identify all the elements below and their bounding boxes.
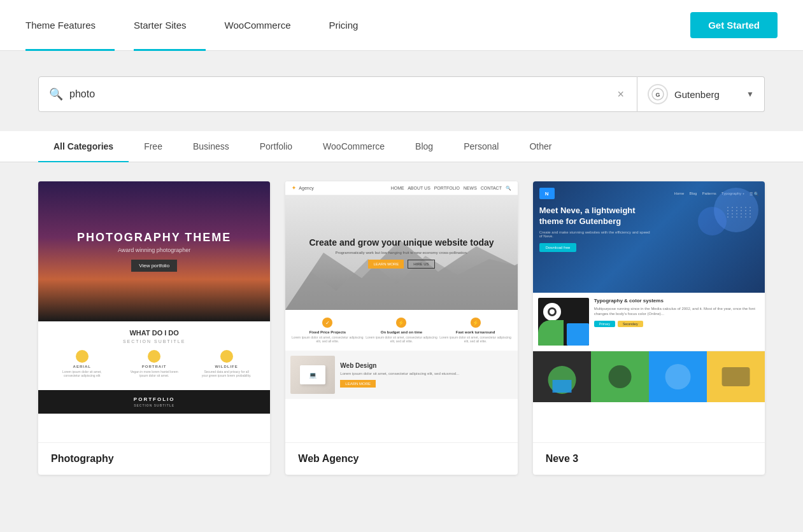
feature-fixed-price: ✓ Fixed Price Projects Lorem ipsum dolor… — [290, 318, 364, 343]
neve-color-dark — [533, 351, 591, 402]
card-preview-agency: ✦ Agency HOME ABOUT US PORTFOLIO NEWS CO… — [285, 181, 517, 442]
portrait-icon — [148, 350, 160, 363]
feature-desc-2: Lorem ipsum dolor sit amet, consectetur … — [364, 335, 438, 343]
agency-webdesign-section: 💻 Web Design Lorem ipsum dolor sit amet,… — [285, 351, 517, 399]
card-preview-photography: RokoPhoto Portfolio About Blog Contact P… — [38, 181, 270, 442]
svg-rect-5 — [552, 380, 571, 393]
feature-label-2: On budget and on time — [364, 330, 438, 334]
webdesign-title: Web Design — [340, 362, 512, 369]
neve-typography-section: Typography & color systems Multipurpose … — [533, 293, 765, 351]
neve-hero-content: Meet Neve, a lightweight theme for Guten… — [539, 206, 758, 252]
neve-secondary-button: Secondary — [618, 321, 643, 327]
card-preview-neve: N Home Blog Patterns Typography + ☰ 🔍 — [533, 181, 765, 442]
neve-shape-blue — [567, 323, 589, 346]
wildlife-desc: Secured data and privacy for all your gr… — [201, 370, 252, 377]
nav-item-pricing[interactable]: Pricing — [310, 0, 378, 51]
agency-hero-buttons: LEARN MORE HIRE US — [309, 260, 494, 269]
svg-point-6 — [608, 365, 631, 388]
neve-shape-green — [538, 320, 564, 346]
neve-nav-blog: Blog — [689, 192, 697, 196]
neve-green-illustration — [591, 351, 649, 402]
main-content: 🔍 × G Gutenberg ▼ All Categories Free Bu… — [0, 51, 803, 500]
neve-dark-illustration — [533, 351, 591, 402]
feature-check-icon-1: ✓ — [322, 318, 332, 328]
header: Theme Features Starter Sites WooCommerce… — [0, 0, 803, 51]
builder-label: Gutenberg — [674, 89, 740, 100]
tab-free[interactable]: Free — [129, 131, 178, 162]
wildlife-label: WILDLIFE — [201, 365, 252, 368]
nav-bar: Theme Features Starter Sites WooCommerce… — [25, 0, 690, 51]
agency-logo-icon: ✦ — [292, 185, 296, 191]
tab-portfolio[interactable]: Portfolio — [245, 131, 308, 162]
webdesign-button: LEARN MORE — [340, 380, 376, 388]
neve-type-buttons: Primary Secondary — [594, 321, 760, 327]
neve-type-content: Typography & color systems Multipurpose … — [594, 298, 760, 346]
agency-hire-us-button: HIRE US — [408, 260, 434, 269]
card-title-web-agency: Web Agency — [285, 442, 517, 475]
wildlife-icon — [220, 350, 233, 363]
card-photography[interactable]: RokoPhoto Portfolio About Blog Contact P… — [38, 181, 270, 475]
neve-yellow-illustration — [707, 351, 765, 402]
feature-label-1: Fixed Price Projects — [290, 330, 364, 334]
agency-features: ✓ Fixed Price Projects Lorem ipsum dolor… — [285, 310, 517, 351]
nav-item-theme-features[interactable]: Theme Features — [25, 0, 115, 51]
neve-blue-illustration — [649, 351, 707, 402]
neve-type-circle-inner — [548, 307, 557, 316]
nav-item-woocommerce[interactable]: WooCommerce — [206, 0, 310, 51]
tab-business[interactable]: Business — [178, 131, 245, 162]
preview-icons-row: AERIAL Lorem ipsum dolor sit amet, conse… — [46, 350, 262, 382]
webdesign-image: 💻 — [290, 356, 335, 394]
aerial-desc: Lorem ipsum dolor sit amet, consectetur … — [57, 370, 108, 377]
agency-nav: ✦ Agency HOME ABOUT US PORTFOLIO NEWS CO… — [285, 181, 517, 195]
tab-all-categories[interactable]: All Categories — [38, 131, 129, 162]
search-clear-button[interactable]: × — [615, 85, 627, 104]
preview-icon-aerial: AERIAL Lorem ipsum dolor sit amet, conse… — [57, 350, 108, 377]
preview-bottom: WHAT DO I DO SECTION SUBTITLE AERIAL Lor… — [38, 321, 270, 390]
laptop-icon: 💻 — [300, 365, 325, 384]
agency-nav-links: HOME ABOUT US PORTFOLIO NEWS CONTACT 🔍 — [391, 186, 511, 191]
preview-portfolio-bar: PORTFOLIO SECTION SUBTITLE — [38, 390, 270, 414]
card-web-agency[interactable]: ✦ Agency HOME ABOUT US PORTFOLIO NEWS CO… — [285, 181, 517, 475]
neve-type-preview — [538, 298, 589, 346]
tab-personal[interactable]: Personal — [448, 131, 514, 162]
portrait-label: PORTRAIT — [129, 365, 180, 368]
tab-woocommerce[interactable]: WooCommerce — [308, 131, 400, 162]
feature-fast: ⚡ Fast work turnaround Lorem ipsum dolor… — [439, 318, 513, 343]
portfolio-bar-sub: SECTION SUBTITLE — [45, 403, 264, 407]
card-neve[interactable]: N Home Blog Patterns Typography + ☰ 🔍 — [533, 181, 765, 475]
gutenberg-logo: G — [648, 84, 668, 104]
preview-section-sub: SECTION SUBTITLE — [46, 339, 262, 344]
aerial-icon — [76, 350, 89, 363]
neve-logo: N — [539, 188, 555, 199]
neve-color-blue — [649, 351, 707, 402]
dropdown-arrow-icon: ▼ — [746, 90, 754, 99]
svg-rect-7 — [665, 364, 690, 389]
webdesign-desc: Lorem ipsum dolor sit amet, consectetur … — [340, 371, 512, 376]
builder-selector[interactable]: G Gutenberg ▼ — [637, 76, 765, 112]
get-started-button[interactable]: Get Started — [690, 12, 778, 38]
search-icon: 🔍 — [49, 87, 63, 101]
neve-hero-desc: Create and make stunning websites with t… — [539, 230, 654, 238]
category-tabs: All Categories Free Business Portfolio W… — [0, 131, 803, 162]
neve-primary-button: Primary — [594, 321, 615, 327]
neve-color-yellow — [707, 351, 765, 402]
agency-brand-label: Agency — [299, 186, 313, 190]
neve-type-circle — [543, 303, 561, 321]
tab-other[interactable]: Other — [514, 131, 567, 162]
nav-item-starter-sites[interactable]: Starter Sites — [115, 0, 206, 51]
svg-rect-8 — [721, 367, 750, 386]
feature-label-3: Fast work turnaround — [439, 330, 513, 334]
agency-hero: Create and grow your unique website toda… — [285, 195, 517, 310]
neve-nav-patterns: Patterns — [702, 192, 716, 196]
neve-download-button: Download free — [539, 243, 577, 252]
card-title-photography: Photography — [38, 442, 270, 475]
preview-icon-wildlife: WILDLIFE Secured data and privacy for al… — [201, 350, 252, 377]
search-container: 🔍 × G Gutenberg ▼ — [38, 76, 765, 112]
agency-hero-title: Create and grow your unique website toda… — [309, 237, 494, 248]
svg-text:G: G — [655, 92, 660, 98]
tab-blog[interactable]: Blog — [400, 131, 448, 162]
search-input[interactable] — [69, 88, 615, 100]
neve-type-desc: Multipurpose running since in the Media … — [594, 306, 760, 317]
neve-type-title: Typography & color systems — [594, 298, 760, 304]
aerial-label: AERIAL — [57, 365, 108, 368]
